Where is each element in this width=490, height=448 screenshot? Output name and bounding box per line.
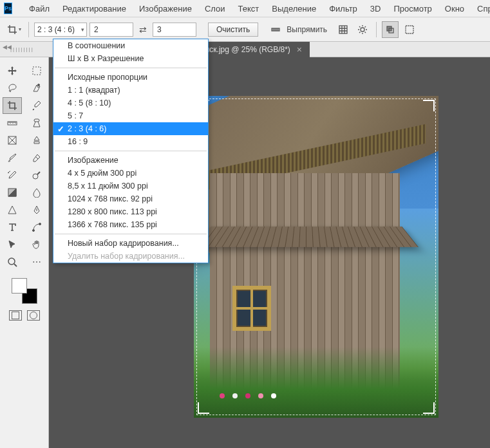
svg-point-7 (37, 84, 39, 86)
dodge-tool[interactable] (27, 167, 46, 183)
menu-window[interactable]: Окно (438, 0, 471, 17)
dd-ratio-2-3[interactable]: 2 : 3 (4 : 6) (53, 122, 208, 135)
dd-ratio-16-9[interactable]: 16 : 9 (53, 135, 208, 148)
frame-tool[interactable] (3, 132, 22, 149)
svg-rect-9 (34, 119, 39, 122)
direct-select-tool[interactable] (3, 236, 22, 253)
dd-preset-1366[interactable]: 1366 x 768 пикс. 135 ppi (53, 218, 208, 231)
quick-mask-icon[interactable] (9, 310, 22, 321)
blur-tool[interactable] (27, 184, 46, 201)
separator (55, 68, 207, 68)
app-logo: Ps (4, 3, 12, 14)
menu-file[interactable]: Файл (23, 0, 56, 17)
color-swatches[interactable] (12, 278, 37, 304)
menu-edit[interactable]: Редактирование (56, 0, 133, 17)
marquee-tool[interactable] (27, 62, 46, 79)
menu-3d[interactable]: 3D (364, 0, 388, 17)
dd-preset-85x11[interactable]: 8,5 x 11 дюйм 300 ppi (53, 180, 208, 192)
type-tool[interactable] (3, 219, 22, 236)
dd-ratio-mode[interactable]: В соотношении (53, 39, 208, 52)
dd-image-header[interactable]: Изображение (53, 154, 208, 167)
delete-cropped-icon[interactable] (382, 21, 399, 38)
svg-point-2 (361, 28, 364, 32)
menu-layer[interactable]: Слои (198, 0, 232, 17)
crop-height-input[interactable]: 3 (153, 23, 196, 37)
toolbox: ⋯ (0, 57, 49, 448)
straighten-icon[interactable] (267, 21, 284, 38)
dd-delete-preset: Удалить набор кадрирования... (53, 250, 208, 263)
menu-image[interactable]: Изображение (133, 0, 198, 17)
svg-point-11 (33, 174, 38, 179)
crop-overlay-icon[interactable] (335, 21, 352, 38)
zoom-tool[interactable] (3, 254, 22, 270)
crop-handle-br[interactable] (423, 402, 435, 414)
history-brush-tool[interactable] (3, 167, 22, 183)
quick-select-tool[interactable] (27, 80, 46, 97)
crop-width-input[interactable]: 2 (90, 23, 133, 37)
swap-dimensions-icon[interactable]: ⇄ (136, 23, 150, 37)
foreground-color[interactable] (12, 278, 27, 294)
crop-handle-bl[interactable] (198, 402, 209, 414)
main-menu-bar: Ps Файл Редактирование Изображение Слои … (0, 0, 490, 17)
lasso-tool[interactable] (3, 80, 22, 97)
dd-preset-1024[interactable]: 1024 x 768 пикс. 92 ppi (53, 192, 208, 205)
menu-view[interactable]: Просмотр (387, 0, 438, 17)
gradient-tool[interactable] (3, 184, 22, 201)
dd-new-preset[interactable]: Новый набор кадрирования... (53, 237, 208, 250)
brush-tool[interactable] (3, 149, 22, 166)
crop-tool[interactable] (3, 97, 22, 114)
path-tool[interactable] (27, 219, 46, 236)
svg-point-14 (39, 223, 41, 225)
screen-mode-icon[interactable] (27, 310, 40, 321)
pen-tool[interactable] (27, 201, 46, 218)
document-tab-title: инск.jpg @ 25% (RGB/8*) (201, 45, 290, 54)
straighten-label[interactable]: Выпрямить (287, 25, 327, 34)
divider (376, 22, 377, 37)
menu-filter[interactable]: Фильтр (323, 0, 364, 17)
document-image[interactable] (194, 96, 438, 418)
svg-rect-5 (406, 26, 413, 33)
crop-preset-dropdown-menu: В соотношении Ш x В x Разрешение Исходны… (53, 39, 209, 263)
crop-tool-preset-icon[interactable]: ▾ (5, 21, 23, 39)
hand-tool[interactable] (27, 236, 46, 253)
healing-brush-tool[interactable] (27, 115, 46, 131)
eraser-tool[interactable] (27, 149, 46, 166)
divider (28, 22, 29, 37)
crop-ratio-value: 2 : 3 (4 : 6) (37, 25, 75, 34)
clear-button[interactable]: Очистить (208, 23, 258, 37)
separator (55, 151, 207, 151)
close-icon[interactable]: × (297, 44, 302, 55)
clone-stamp-tool[interactable] (27, 132, 46, 149)
dd-preset-1280[interactable]: 1280 x 800 пикс. 113 ppi (53, 205, 208, 218)
ruler-tool[interactable] (3, 115, 22, 131)
eyedropper-tool[interactable] (27, 97, 46, 114)
svg-point-15 (8, 258, 15, 265)
document-tab[interactable]: инск.jpg @ 25% (RGB/8*) × (193, 42, 310, 57)
dd-wxh-mode[interactable]: Ш x В x Разрешение (53, 52, 208, 65)
collapse-panels-icon[interactable]: ◀◀ (3, 44, 12, 50)
content-aware-icon[interactable] (401, 21, 418, 38)
menu-text[interactable]: Текст (232, 0, 266, 17)
dd-ratio-1-1[interactable]: 1 : 1 (квадрат) (53, 84, 208, 97)
dd-ratio-4-5[interactable]: 4 : 5 (8 : 10) (53, 97, 208, 109)
dd-original-ratio[interactable]: Исходные пропорции (53, 71, 208, 84)
dd-preset-4x5[interactable]: 4 x 5 дюйм 300 ppi (53, 167, 208, 180)
menu-help[interactable]: Справка (471, 0, 490, 17)
dd-ratio-5-7[interactable]: 5 : 7 (53, 109, 208, 122)
edit-toolbar[interactable]: ⋯ (27, 254, 46, 270)
crop-settings-icon[interactable] (354, 21, 371, 38)
menu-select[interactable]: Выделение (265, 0, 323, 17)
separator (55, 234, 207, 234)
crop-handle-tr[interactable] (423, 100, 435, 111)
shape-tool[interactable] (3, 201, 22, 218)
chevron-down-icon: ▾ (81, 26, 84, 33)
move-tool[interactable] (3, 62, 22, 79)
svg-rect-1 (339, 26, 347, 33)
svg-rect-6 (33, 67, 41, 75)
crop-ratio-dropdown[interactable]: 2 : 3 (4 : 6) ▾ (34, 23, 87, 37)
svg-point-13 (32, 230, 34, 232)
